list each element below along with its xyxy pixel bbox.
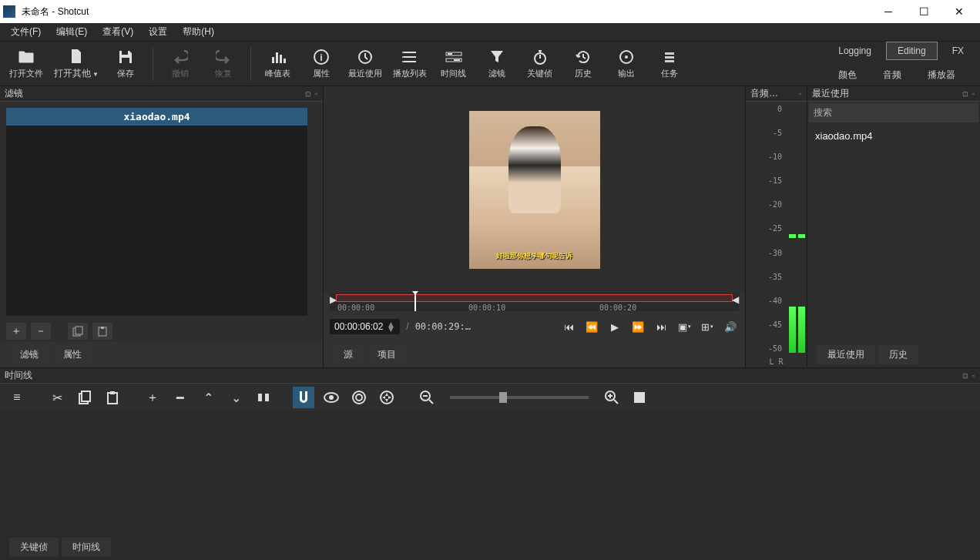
insert-button[interactable]: ⌄ bbox=[225, 387, 247, 408]
mode-logging[interactable]: Logging bbox=[827, 42, 883, 60]
playhead[interactable] bbox=[414, 293, 416, 311]
window-title: 未命名 - Shotcut bbox=[22, 5, 871, 18]
bars-icon bbox=[270, 48, 286, 66]
volume-button[interactable]: 🔊 bbox=[722, 318, 739, 335]
zoom-fit-button[interactable]: ▣▾ bbox=[676, 318, 693, 335]
preview-panel: 好啦那你想学哪句呢告诉 ▶ 00:00:00 00:00:10 00:00:20… bbox=[324, 86, 745, 367]
recent-list: xiaodao.mp4 bbox=[807, 124, 980, 342]
playlist-button[interactable]: 播放列表 bbox=[388, 43, 431, 85]
menu-settings[interactable]: 设置 bbox=[141, 23, 175, 41]
zoom-out-button[interactable] bbox=[416, 387, 438, 408]
timeline-button[interactable]: 时间线 bbox=[433, 43, 475, 85]
zoom-in-button[interactable] bbox=[601, 387, 623, 408]
filters-header: 滤镜 ⊡ ▫ bbox=[0, 86, 323, 102]
folder-icon bbox=[18, 48, 35, 66]
lift-button[interactable]: ⌃ bbox=[197, 387, 219, 408]
zoom-slider[interactable] bbox=[450, 396, 589, 399]
tab-filters[interactable]: 滤镜 bbox=[9, 345, 49, 364]
fast-forward-button[interactable]: ⏩ bbox=[629, 318, 646, 335]
open-file-button[interactable]: 打开文件 bbox=[5, 43, 48, 85]
recent-search-input[interactable]: 搜索 bbox=[809, 103, 978, 122]
title-bar: 未命名 - Shotcut ─ ☐ ✕ bbox=[0, 0, 980, 23]
filter-list[interactable] bbox=[6, 126, 307, 316]
mode-editing[interactable]: Editing bbox=[886, 42, 938, 60]
svg-rect-18 bbox=[76, 327, 82, 334]
copy-filter-button[interactable] bbox=[68, 323, 88, 340]
recent-button[interactable]: 最近使用 bbox=[344, 43, 387, 85]
close-button[interactable]: ✕ bbox=[941, 0, 977, 23]
redo-icon bbox=[216, 48, 231, 66]
menu-view[interactable]: 查看(V) bbox=[95, 23, 141, 41]
skip-end-button[interactable]: ⏭ bbox=[653, 318, 670, 335]
svg-rect-3 bbox=[284, 59, 286, 63]
menu-bar: 文件(F) 编辑(E) 查看(V) 设置 帮助(H) bbox=[0, 23, 980, 42]
filters-button[interactable]: 滤镜 bbox=[476, 43, 518, 85]
properties-button[interactable]: i 属性 bbox=[300, 43, 342, 85]
overwrite-button[interactable] bbox=[253, 387, 274, 408]
undo-icon bbox=[173, 48, 188, 66]
out-point-icon[interactable]: ◀ bbox=[732, 294, 739, 305]
undo-button[interactable]: 撤销 bbox=[159, 43, 201, 85]
svg-rect-23 bbox=[108, 393, 117, 404]
svg-rect-34 bbox=[634, 392, 645, 403]
skip-start-button[interactable]: ⏮ bbox=[560, 318, 577, 335]
paste-filter-button[interactable] bbox=[92, 323, 112, 340]
append-button[interactable]: ＋ bbox=[142, 387, 163, 408]
zoom-fit-timeline-button[interactable] bbox=[629, 387, 650, 408]
keyframes-button[interactable]: 关键侦 bbox=[519, 43, 561, 85]
mode-color[interactable]: 颜色 bbox=[827, 65, 868, 86]
redo-button[interactable]: 恢复 bbox=[203, 43, 244, 85]
tab-history[interactable]: 历史 bbox=[878, 345, 918, 364]
info-icon: i bbox=[314, 48, 329, 66]
open-other-button[interactable]: 打开其他▼ bbox=[49, 43, 103, 85]
timeline-menu-button[interactable]: ≡ bbox=[6, 387, 28, 408]
stopwatch-icon bbox=[532, 48, 548, 66]
play-button[interactable]: ▶ bbox=[606, 318, 623, 335]
video-preview[interactable]: 好啦那你想学哪句呢告诉 bbox=[324, 86, 745, 293]
timecode-input[interactable]: 00:00:06:02 ▲▼ bbox=[330, 319, 400, 334]
menu-edit[interactable]: 编辑(E) bbox=[49, 23, 95, 41]
svg-rect-22 bbox=[82, 391, 90, 401]
svg-rect-0 bbox=[272, 57, 274, 63]
remove-filter-button[interactable]: － bbox=[31, 323, 51, 340]
peak-meter-button[interactable]: 峰值表 bbox=[257, 43, 299, 85]
timeline-tracks[interactable] bbox=[0, 411, 980, 535]
tab-recent[interactable]: 最近使用 bbox=[817, 345, 875, 364]
scrubber[interactable]: ▶ 00:00:00 00:00:10 00:00:20 ◀ bbox=[330, 293, 739, 311]
menu-help[interactable]: 帮助(H) bbox=[175, 23, 222, 41]
mode-player[interactable]: 播放器 bbox=[916, 65, 967, 86]
mode-fx[interactable]: FX bbox=[941, 42, 975, 60]
cut-button[interactable]: ✂ bbox=[46, 387, 68, 408]
svg-point-9 bbox=[402, 61, 404, 62]
maximize-button[interactable]: ☐ bbox=[906, 0, 941, 23]
tab-properties[interactable]: 属性 bbox=[52, 345, 92, 364]
copy-button[interactable] bbox=[74, 387, 96, 408]
ripple-button[interactable] bbox=[348, 387, 370, 408]
ripple-all-button[interactable] bbox=[376, 387, 398, 408]
tab-keyframes-bottom[interactable]: 关键侦 bbox=[9, 538, 59, 557]
mode-audio[interactable]: 音频 bbox=[871, 65, 913, 86]
minimize-button[interactable]: ─ bbox=[871, 0, 906, 23]
panel-menu-icon[interactable]: ⊡ ▫ bbox=[305, 90, 318, 98]
grid-button[interactable]: ⊞▾ bbox=[699, 318, 716, 335]
save-button[interactable]: 保存 bbox=[105, 43, 146, 85]
menu-file[interactable]: 文件(F) bbox=[3, 23, 49, 41]
tab-source[interactable]: 源 bbox=[333, 345, 364, 364]
app-icon bbox=[3, 5, 15, 18]
tab-project[interactable]: 项目 bbox=[367, 345, 407, 364]
jobs-button[interactable]: 任务 bbox=[649, 43, 690, 85]
rewind-button[interactable]: ⏪ bbox=[583, 318, 600, 335]
snap-button[interactable] bbox=[293, 387, 314, 408]
svg-rect-12 bbox=[448, 53, 452, 55]
transport-controls: 00:00:06:02 ▲▼ / 00:00:29:… ⏮ ⏪ ▶ ⏩ ⏭ ▣▾… bbox=[324, 314, 745, 339]
paste-button[interactable] bbox=[102, 387, 123, 408]
add-filter-button[interactable]: ＋ bbox=[6, 323, 26, 340]
history-button[interactable]: 历史 bbox=[562, 43, 604, 85]
recent-item[interactable]: xiaodao.mp4 bbox=[809, 126, 978, 146]
filter-source-file[interactable]: xiaodao.mp4 bbox=[6, 108, 307, 126]
scrub-audio-button[interactable] bbox=[321, 387, 342, 408]
export-button[interactable]: 输出 bbox=[606, 43, 647, 85]
remove-button[interactable]: ━ bbox=[169, 387, 191, 408]
jobs-icon bbox=[662, 48, 677, 66]
tab-timeline-bottom[interactable]: 时间线 bbox=[62, 538, 111, 557]
